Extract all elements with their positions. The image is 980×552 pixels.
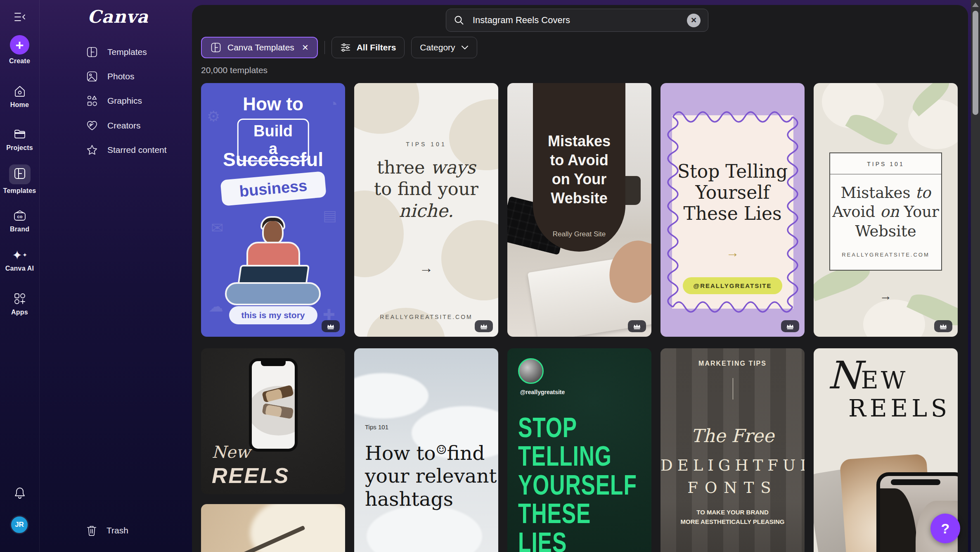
crown-icon xyxy=(480,323,488,330)
graphics-icon xyxy=(86,95,98,107)
card-title: REELS xyxy=(848,395,951,422)
create-plus-icon: + xyxy=(10,35,29,55)
category-dropdown[interactable]: Category xyxy=(411,37,477,58)
card-eyebrow: TIPS 101 xyxy=(354,141,498,148)
card-handle-pill: @REALLYGREATSITE xyxy=(683,277,783,294)
remove-filter-icon[interactable]: ✕ xyxy=(302,43,309,52)
smiley-icon: ☺ xyxy=(436,443,447,457)
template-card-hashtags-sky[interactable]: Tips 101 How to☺findyour relevanthashtag… xyxy=(354,348,498,552)
sliders-icon xyxy=(340,42,351,53)
rail-item-label: Templates xyxy=(3,187,36,195)
help-button[interactable]: ? xyxy=(930,514,960,543)
doodle-icon: ▤ xyxy=(323,207,337,224)
card-title: STOPTELLINGYOURSELFTHESE LIES xyxy=(518,413,641,552)
sidebar-item-label: Trash xyxy=(107,526,128,535)
user-avatar[interactable]: JR xyxy=(10,515,29,534)
rail-item-label: Apps xyxy=(11,309,28,316)
sidebar-item-starred-content[interactable]: Starred content xyxy=(86,141,167,159)
results-count: 20,000 templates xyxy=(201,65,267,75)
card-eyebrow: TIPS 101 xyxy=(830,161,941,167)
rail-item-projects[interactable]: Projects xyxy=(0,127,39,152)
card-title: Stop TellingYourselfThese Lies xyxy=(660,161,805,224)
cloud-shape xyxy=(354,373,428,419)
templates-icon xyxy=(86,46,98,58)
card-title: three waysto find yourniche. xyxy=(354,157,498,221)
card-title-line: Successful xyxy=(201,148,345,171)
apps-grid-icon xyxy=(13,292,27,306)
clear-search-button[interactable]: ✕ xyxy=(687,14,701,27)
sidebar-item-trash[interactable]: Trash xyxy=(86,521,128,540)
sidebar-item-label: Photos xyxy=(107,71,134,81)
chip-label: Canva Templates xyxy=(227,43,294,52)
pro-badge xyxy=(934,320,952,332)
sidebar-item-label: Graphics xyxy=(107,96,142,106)
sidebar-item-label: Templates xyxy=(107,47,147,57)
card-brand: Really Great Site xyxy=(533,230,625,238)
chip-canva-templates[interactable]: Canva Templates ✕ xyxy=(201,37,318,58)
chevron-down-icon xyxy=(461,45,469,50)
search-icon xyxy=(454,15,464,26)
template-card-stop-telling-green[interactable]: @reallygreatsite STOPTELLINGYOURSELFTHES… xyxy=(507,348,651,552)
chip-label: All Filters xyxy=(357,43,396,52)
scroll-up-arrow-icon[interactable] xyxy=(972,2,979,7)
templates-icon xyxy=(210,42,222,53)
template-card-three-ways-niche[interactable]: TIPS 101 three waysto find yourniche. → … xyxy=(354,83,498,337)
template-card-delightful-fonts[interactable]: MARKETING TIPS The Free DELIGHTFUL FONTS… xyxy=(660,348,805,552)
arrow-icon: → xyxy=(814,289,958,303)
template-card-mistakes-avoid-floral[interactable]: TIPS 101 Mistakes toAvoid on YourWebsite… xyxy=(814,83,958,337)
divider xyxy=(733,378,734,400)
scrollbar-track[interactable] xyxy=(971,0,980,552)
template-card-how-to-build-business[interactable]: ⚙ ◔ ✉ ▤ ☁ ✚ How to Build a Successful bu… xyxy=(201,83,345,337)
canva-logo[interactable]: Canva xyxy=(88,7,149,27)
all-filters-button[interactable]: All Filters xyxy=(331,37,405,58)
template-card-new-reels-dark[interactable]: New REELS xyxy=(201,348,345,494)
rail-item-templates[interactable]: Templates xyxy=(0,164,39,195)
scrollbar-thumb[interactable] xyxy=(973,11,978,115)
rail-item-label: Home xyxy=(10,101,29,109)
folder-icon xyxy=(13,127,27,141)
rail-item-home[interactable]: Home xyxy=(0,84,39,109)
rail-item-brand[interactable]: co Brand xyxy=(0,209,39,233)
canva-app: + Create Home Projects Templates co xyxy=(0,0,980,552)
rail-item-apps[interactable]: Apps xyxy=(0,292,39,316)
sidebar-panel: Canva Templates Photos Graphics Creators… xyxy=(39,0,188,552)
rail-item-create[interactable]: + Create xyxy=(0,35,39,65)
left-rail: + Create Home Projects Templates co xyxy=(0,0,39,552)
home-icon xyxy=(13,84,27,98)
card-title: FONTS xyxy=(660,479,805,497)
sidebar-item-creators[interactable]: Creators xyxy=(86,117,141,135)
svg-text:co: co xyxy=(17,214,22,219)
petal-shape xyxy=(354,83,433,148)
template-card-mistakes-avoid-photo[interactable]: Mistakesto Avoidon YourWebsite Really Gr… xyxy=(507,83,651,337)
templates-icon xyxy=(9,164,31,184)
divider xyxy=(830,174,941,174)
sidebar-item-photos[interactable]: Photos xyxy=(86,67,134,86)
rail-item-label: Projects xyxy=(6,144,33,152)
rail-item-label: Brand xyxy=(10,226,29,233)
filter-divider xyxy=(324,41,325,54)
card-title-line: How to xyxy=(201,94,345,114)
star-icon xyxy=(86,144,98,156)
card-eyebrow: Tips 101 xyxy=(365,424,388,431)
template-card-pampas-partial[interactable] xyxy=(201,504,345,552)
card-caption-pill: this is my story xyxy=(229,306,317,324)
main-content: Instagram Reels Covers ✕ Canva Templates… xyxy=(192,5,968,552)
rail-item-canva-ai[interactable]: ✦✦ Canva AI xyxy=(0,248,39,272)
search-input[interactable]: Instagram Reels Covers ✕ xyxy=(446,9,708,32)
search-value: Instagram Reels Covers xyxy=(473,15,679,26)
sidebar-item-templates[interactable]: Templates xyxy=(86,43,147,61)
sidebar-item-label: Creators xyxy=(107,121,141,131)
sidebar-item-graphics[interactable]: Graphics xyxy=(86,92,142,110)
creator-avatar-photo xyxy=(518,358,544,384)
filter-bar: Canva Templates ✕ All Filters Category xyxy=(201,37,477,58)
pro-badge xyxy=(322,320,340,332)
petal-shape xyxy=(367,308,445,337)
crown-icon xyxy=(786,323,794,330)
person-with-laptop-cutout xyxy=(222,216,325,307)
card-title: Mistakes toAvoid on YourWebsite xyxy=(830,183,941,241)
template-card-stop-telling-lies-stamp[interactable]: Stop TellingYourselfThese Lies → @REALLY… xyxy=(660,83,805,337)
card-eyebrow: MARKETING TIPS xyxy=(660,360,805,367)
notifications-button[interactable] xyxy=(0,486,39,500)
collapse-sidebar-button[interactable] xyxy=(0,10,39,24)
card-title-script: New xyxy=(212,443,250,462)
